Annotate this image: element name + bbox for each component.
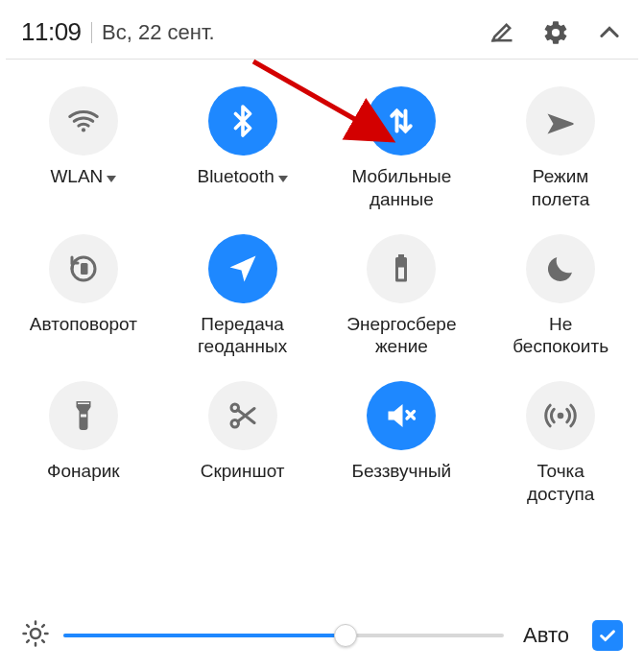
tile-label: Точка доступа <box>527 460 594 506</box>
brightness-slider[interactable] <box>63 621 504 650</box>
quick-settings-grid: WLAN Bluetooth Мобильные данные Режим по… <box>0 60 644 506</box>
collapse-icon[interactable] <box>596 19 623 46</box>
tile-mobile-data[interactable]: Мобильные данные <box>322 86 482 211</box>
date: Вс, 22 сент. <box>102 20 215 45</box>
tile-label: Беззвучный <box>352 460 452 483</box>
tile-hotspot[interactable]: Точка доступа <box>481 381 640 506</box>
tile-label: Мобильные данные <box>351 165 451 211</box>
clock: 11:09 <box>21 17 82 47</box>
autorotate-icon <box>49 234 118 303</box>
tile-label: Передача геоданных <box>198 313 287 359</box>
tile-label: Bluetooth <box>197 165 287 188</box>
tile-location[interactable]: Передача геоданных <box>163 234 322 359</box>
settings-icon[interactable] <box>542 19 569 46</box>
tile-airplane-mode[interactable]: Режим полета <box>481 86 640 211</box>
hotspot-icon <box>526 381 595 450</box>
location-icon <box>208 234 277 303</box>
tile-label: Режим полета <box>532 165 590 211</box>
tile-wlan[interactable]: WLAN <box>4 86 163 211</box>
tile-label: WLAN <box>50 165 116 188</box>
svg-point-6 <box>31 629 40 638</box>
auto-brightness-label: Авто <box>523 623 569 648</box>
tile-flashlight[interactable]: Фонарик <box>4 381 163 506</box>
mobile-data-icon <box>367 86 436 156</box>
edit-icon[interactable] <box>489 19 515 46</box>
tile-screenshot[interactable]: Скриншот <box>163 381 322 506</box>
tile-label: Автоповорот <box>30 313 137 336</box>
airplane-icon <box>526 86 595 156</box>
status-header: 11:09 Вс, 22 сент. <box>0 0 644 59</box>
tile-autorotate[interactable]: Автоповорот <box>4 234 163 359</box>
brightness-row: Авто <box>0 619 644 652</box>
tile-bluetooth[interactable]: Bluetooth <box>163 86 322 211</box>
tile-label: Не беспокоить <box>513 313 608 359</box>
tile-label: Энергосбере жение <box>346 313 456 359</box>
moon-icon <box>526 234 595 303</box>
auto-brightness-checkbox[interactable] <box>592 620 623 651</box>
svg-rect-2 <box>81 263 88 275</box>
scissors-icon <box>208 381 277 450</box>
svg-point-5 <box>558 413 564 419</box>
wifi-icon <box>49 86 118 156</box>
svg-point-0 <box>82 128 85 132</box>
battery-icon <box>367 234 436 303</box>
tile-mute[interactable]: Беззвучный <box>322 381 482 506</box>
tile-label: Фонарик <box>47 460 120 483</box>
brightness-icon <box>21 619 50 652</box>
divider <box>91 22 93 43</box>
tile-dnd[interactable]: Не беспокоить <box>481 234 640 359</box>
bluetooth-icon <box>208 86 277 156</box>
tile-battery-saver[interactable]: Энергосбере жение <box>322 234 482 359</box>
flashlight-icon <box>49 381 118 450</box>
tile-label: Скриншот <box>201 460 285 483</box>
mute-icon <box>367 381 436 450</box>
